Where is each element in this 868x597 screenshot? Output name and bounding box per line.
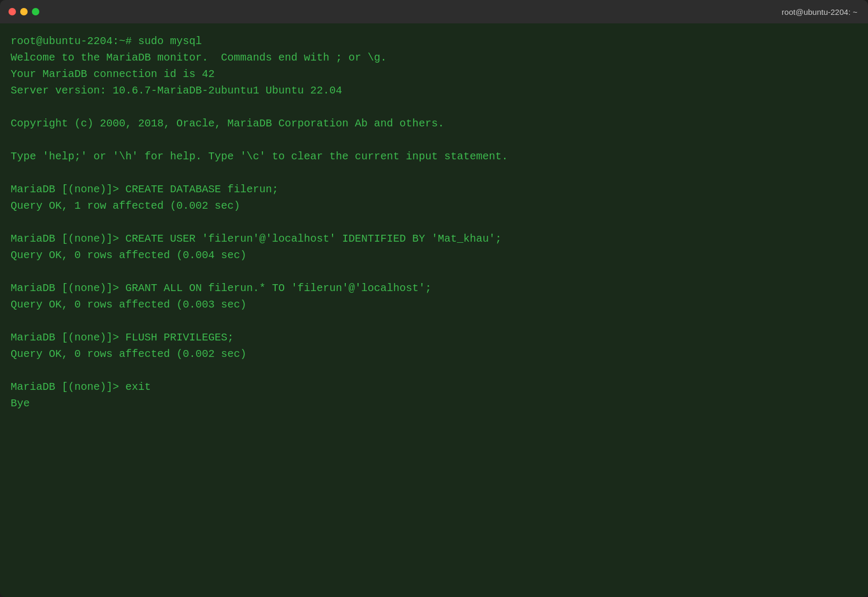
terminal-line: MariaDB [(none)]> CREATE DATABASE fileru… bbox=[11, 181, 857, 198]
terminal-line: Your MariaDB connection id is 42 bbox=[11, 66, 857, 82]
terminal-line bbox=[11, 99, 857, 115]
minimize-button[interactable] bbox=[20, 8, 28, 15]
terminal-line: MariaDB [(none)]> FLUSH PRIVILEGES; bbox=[11, 329, 857, 346]
terminal-line: MariaDB [(none)]> exit bbox=[11, 379, 857, 395]
terminal-line: Welcome to the MariaDB monitor. Commands… bbox=[11, 49, 857, 66]
terminal-line: Query OK, 0 rows affected (0.004 sec) bbox=[11, 247, 857, 263]
terminal-line: Query OK, 0 rows affected (0.003 sec) bbox=[11, 296, 857, 313]
terminal-line: Query OK, 1 row affected (0.002 sec) bbox=[11, 198, 857, 214]
close-button[interactable] bbox=[8, 8, 16, 15]
terminal-line: Type 'help;' or '\h' for help. Type '\c'… bbox=[11, 148, 857, 165]
terminal-line: Query OK, 0 rows affected (0.002 sec) bbox=[11, 346, 857, 362]
terminal-line: Server version: 10.6.7-MariaDB-2ubuntu1 … bbox=[11, 82, 857, 99]
terminal-line: Bye bbox=[11, 395, 857, 412]
terminal-line bbox=[11, 214, 857, 231]
terminal-body[interactable]: root@ubuntu-2204:~# sudo mysqlWelcome to… bbox=[0, 23, 868, 597]
window-title: root@ubuntu-2204: ~ bbox=[782, 7, 857, 16]
terminal-line: root@ubuntu-2204:~# sudo mysql bbox=[11, 33, 857, 49]
terminal-line bbox=[11, 263, 857, 280]
terminal-window: root@ubuntu-2204: ~ root@ubuntu-2204:~# … bbox=[0, 0, 868, 597]
terminal-line bbox=[11, 165, 857, 181]
terminal-line: MariaDB [(none)]> GRANT ALL ON filerun.*… bbox=[11, 280, 857, 296]
titlebar: root@ubuntu-2204: ~ bbox=[0, 0, 868, 23]
window-controls bbox=[8, 8, 39, 15]
maximize-button[interactable] bbox=[32, 8, 39, 15]
terminal-line: Copyright (c) 2000, 2018, Oracle, MariaD… bbox=[11, 115, 857, 132]
terminal-line: MariaDB [(none)]> CREATE USER 'filerun'@… bbox=[11, 231, 857, 247]
terminal-line bbox=[11, 313, 857, 329]
terminal-line bbox=[11, 362, 857, 379]
terminal-line bbox=[11, 132, 857, 148]
